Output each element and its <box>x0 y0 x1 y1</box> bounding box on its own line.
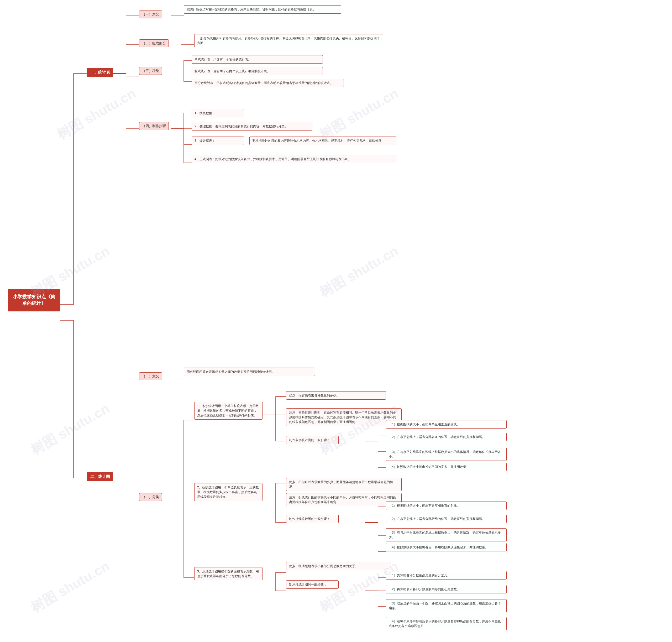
type2-step3: （3）在与水平射线垂直的深线上根据数据大小的具体情况，确定单位长度表示多少。 <box>386 528 507 541</box>
branch1-step2: 2、整理数据：要根据制表的目的和统计的内容，对数据进行分类。 <box>192 122 312 130</box>
branch2-sub1-content: 用点线面积等来表示相关量之间的数量关系的图形叫做统计图。 <box>184 368 315 376</box>
type1-step4: （4）按照数据的大小画出长短不同的直条，并注明数量。 <box>386 463 507 471</box>
type2-adv: 优点：不但可以表示数量的多少，而且能够清楚地表示出数量增减变化的情况。 <box>286 478 402 491</box>
branch2-sub2-label: （二）分类 <box>139 493 162 501</box>
type3-step3: （3）取适当的半径画一个圆，并按照上面算出的圆心角的度数，在圆里画出各个扇形。 <box>386 599 507 612</box>
branch1-sub2-content: 一般分为表格外和表格内两部分。表格外部分包括标的名称、单位说明和制表日期；表格内… <box>194 34 383 47</box>
type1-desc: 1、条形统计图用一个单位长度表示一定的数量，根据数量的多少画成长短不同的直条，然… <box>194 402 262 420</box>
type1-step2: （2）在水平射线上，适当分配各条的位置，确定直线的宽度和间隔。 <box>386 433 507 441</box>
branch1-sub3-item1: 单式统计表：只含有一个项目的统计表。 <box>192 55 323 64</box>
type2-step1: （1）根据图纸的大小，画出两条互相垂直的射线。 <box>386 502 507 510</box>
branch2-label: 二、统计图 <box>87 472 113 481</box>
type1-step3: （3）在与水平射线垂直的深线上根据数据大小的具体情况，确定单位长度表示多少。 <box>386 448 507 461</box>
type3-steps-label: 制扇形统计图的一般步骤： <box>286 580 339 589</box>
branch1-sub3-label: （三）种类 <box>139 67 162 75</box>
type1-steps-label: 制作条形统计图的一般步骤： <box>286 436 339 444</box>
type3-desc: 3、扇形统计图用整个圆的面积表示总数，用扇形面积表示各部分所占总数的百分数。 <box>194 567 262 580</box>
center-node: 小学数学知识点《简单的统计》 <box>8 289 60 311</box>
branch1-step3: 3、设计草表： <box>192 137 244 145</box>
type2-desc: 2、折线统计图用一个单位长度表示一定的数量，根据数量的多少描出各点，然后把各点用… <box>194 483 262 501</box>
branch1-sub3-item3: 百分数统计表：不仅表明各统计项目的具体数量，而且表明比较量相当于标准量的百分比的… <box>192 79 344 87</box>
branch1-sub3-item2: 复式统计表：含有两个或两个以上统计项目的统计表。 <box>192 67 323 75</box>
branch1-step3-detail: 要根据统计的目的和内容设计分栏格内容、分栏格画法、规定横栏、竖栏各需几格、每格长… <box>249 137 396 145</box>
branch1-label: 一、统计表 <box>87 68 113 77</box>
type2-step4: （4）按照数据的大小描出各点，再用线段顺次连接起来，并注明数量。 <box>386 543 507 551</box>
type1-note: 注意：画条形统计图时，直条的宽窄必须相同。取一个单位长度表示数量的多少要根据具体… <box>286 408 402 426</box>
branch1-step1: 1、搜集数据 <box>192 109 244 117</box>
type1-adv: 优点：很容易看出各种数量的多少。 <box>286 391 386 400</box>
type2-steps-label: 制作折线统计图的一般步骤： <box>286 515 339 523</box>
branch1-sub1-label: （一）意义 <box>139 11 162 18</box>
branch1-sub1-content: 把统计数据填写在一定格式的表格内，用来反映情况、说明问题，这样的表格就叫做统计表… <box>184 5 341 14</box>
type3-adv: 优点：很清楚地表示出各部分同总数之间的关系。 <box>286 562 391 570</box>
type1-step1: （1）根据图纸的大小，画出两条互相垂直的射线。 <box>386 420 507 428</box>
type3-step2: （2）再算出表示各部分数量的扇形的圆心角度数。 <box>386 585 507 593</box>
branch2-sub1-label: （一）意义 <box>139 372 162 380</box>
type3-step4: （4）在每个扇形中标明所表示的各部分数量名称和所占的百分数，并用不同颜色或条纹把… <box>386 617 507 630</box>
type3-step1: （1）先算出各部分数量占总量的百分之几。 <box>386 571 507 579</box>
connector-lines <box>0 0 630 642</box>
type2-step2: （2）在水平射线上，适当分配折线的位置，确定直线的宽度和间隔。 <box>386 515 507 523</box>
branch1-step4: 4、正式制表：把核对过的数据填入表中，并根据制表要求，用简单、明确的语言写上统计… <box>192 155 396 163</box>
branch1-sub2-label: （二）组成部分 <box>139 39 169 47</box>
branch1-sub4-label: （四）制作步骤 <box>139 122 169 130</box>
type2-note: 注意：折线统计图的横轴表示不同的年份、月份等时间时，不同时间之间的距离要根据年份… <box>286 493 402 506</box>
